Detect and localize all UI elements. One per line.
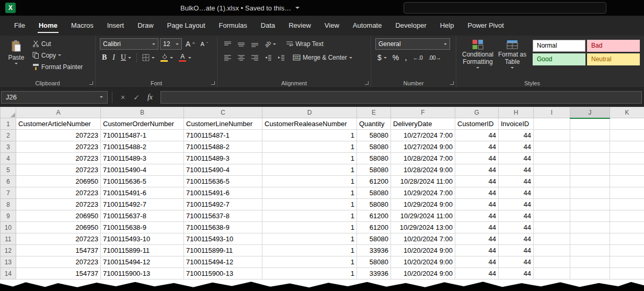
cell-G11[interactable]: 44 (455, 233, 499, 245)
cell-H11[interactable]: 44 (499, 233, 534, 245)
cell-I14[interactable] (534, 268, 570, 279)
tab-data[interactable]: Data (254, 16, 282, 36)
grow-font-button[interactable]: A^ (183, 38, 197, 50)
percent-style-button[interactable]: % (390, 52, 401, 63)
cell-J8[interactable] (570, 199, 610, 210)
cell-I11[interactable] (534, 233, 570, 245)
cell-F2[interactable]: 10/27/2024 7:00 (391, 130, 455, 141)
cell-A7[interactable]: 207223 (16, 187, 101, 199)
cell-G1[interactable]: CustomerID (455, 118, 499, 130)
format-painter-button[interactable]: Format Painter (30, 61, 85, 72)
cell-K5[interactable] (610, 164, 644, 176)
cell-D5[interactable]: 1 (262, 164, 357, 176)
cell-D9[interactable]: 1 (262, 210, 357, 222)
column-header-A[interactable]: A (16, 107, 101, 118)
cell-E5[interactable]: 58080 (357, 164, 391, 176)
tab-power-pivot[interactable]: Power Pivot (461, 16, 510, 36)
cell-G7[interactable]: 44 (455, 187, 499, 199)
cell-J4[interactable] (570, 153, 610, 164)
cell-D4[interactable]: 1 (262, 153, 357, 164)
row-header-2[interactable]: 2 (1, 130, 16, 141)
fill-color-button[interactable] (158, 52, 175, 63)
cell-D11[interactable]: 1 (262, 233, 357, 245)
cell-E6[interactable]: 61200 (357, 176, 391, 187)
column-header-J[interactable]: J (570, 107, 610, 118)
cell-I5[interactable] (534, 164, 570, 176)
cell-C12[interactable]: 7100115899-11 (184, 245, 262, 256)
cell-F13[interactable]: 10/20/2024 9:00 (391, 256, 455, 268)
cell-D13[interactable]: 1 (262, 256, 357, 268)
align-right-button[interactable] (249, 52, 261, 63)
cell-I2[interactable] (534, 130, 570, 141)
cell-B5[interactable]: 7100115490-4 (101, 164, 184, 176)
cell-B7[interactable]: 7100115491-6 (101, 187, 184, 199)
cell-F10[interactable]: 10/29/2024 13:00 (391, 222, 455, 233)
tab-insert[interactable]: Insert (100, 16, 131, 36)
cell-A8[interactable]: 207223 (16, 199, 101, 210)
cut-button[interactable]: Cut (30, 38, 85, 49)
borders-button[interactable] (140, 52, 157, 63)
number-dialog-launcher[interactable] (450, 81, 454, 85)
cell-H5[interactable]: 44 (499, 164, 534, 176)
cell-H8[interactable]: 44 (499, 199, 534, 210)
cell-E11[interactable]: 58080 (357, 233, 391, 245)
cell-B6[interactable]: 7100115636-5 (101, 176, 184, 187)
cell-K9[interactable] (610, 210, 644, 222)
cell-G13[interactable]: 44 (455, 256, 499, 268)
align-center-button[interactable] (235, 52, 247, 63)
tab-view[interactable]: View (318, 16, 346, 36)
column-header-B[interactable]: B (101, 107, 184, 118)
row-header-6[interactable]: 6 (1, 176, 16, 187)
insert-function-button[interactable]: fx (144, 93, 156, 102)
tab-review[interactable]: Review (282, 16, 318, 36)
font-size-combo[interactable]: 12 (160, 38, 182, 50)
cell-H6[interactable]: 44 (499, 176, 534, 187)
cell-J14[interactable] (570, 268, 610, 279)
formula-input[interactable] (160, 91, 642, 104)
cell-C10[interactable]: 7100115638-9 (184, 222, 262, 233)
cell-F1[interactable]: DeliveryDate (391, 118, 455, 130)
cell-F7[interactable]: 10/29/2024 7:00 (391, 187, 455, 199)
cell-E2[interactable]: 58080 (357, 130, 391, 141)
cell-J9[interactable] (570, 210, 610, 222)
cancel-button[interactable]: × (117, 93, 129, 102)
cell-I3[interactable] (534, 141, 570, 153)
align-left-button[interactable] (222, 52, 234, 63)
cell-G10[interactable]: 44 (455, 222, 499, 233)
cell-E1[interactable]: Quantity (357, 118, 391, 130)
name-box[interactable]: J26 (1, 91, 108, 104)
cell-I1[interactable] (534, 118, 570, 130)
cell-C4[interactable]: 7100115489-3 (184, 153, 262, 164)
cell-D3[interactable]: 1 (262, 141, 357, 153)
cell-I7[interactable] (534, 187, 570, 199)
align-bottom-button[interactable] (249, 38, 261, 50)
cell-E8[interactable]: 58080 (357, 199, 391, 210)
cell-G12[interactable]: 44 (455, 245, 499, 256)
cell-C9[interactable]: 7100115637-8 (184, 210, 262, 222)
column-header-I[interactable]: I (534, 107, 570, 118)
row-header-14[interactable]: 14 (1, 268, 16, 279)
cell-C8[interactable]: 7100115492-7 (184, 199, 262, 210)
cell-K11[interactable] (610, 233, 644, 245)
cell-B9[interactable]: 7100115637-8 (101, 210, 184, 222)
cell-I9[interactable] (534, 210, 570, 222)
cell-A4[interactable]: 207223 (16, 153, 101, 164)
cell-B1[interactable]: CustomerOrderNumber (101, 118, 184, 130)
column-header-G[interactable]: G (455, 107, 499, 118)
cell-B11[interactable]: 7100115493-10 (101, 233, 184, 245)
column-header-K[interactable]: K (610, 107, 644, 118)
enter-button[interactable]: ✓ (130, 93, 143, 102)
font-dialog-launcher[interactable] (211, 81, 215, 85)
cell-A5[interactable]: 207223 (16, 164, 101, 176)
cell-I6[interactable] (534, 176, 570, 187)
bold-button[interactable]: B (100, 52, 109, 63)
font-color-button[interactable]: A (177, 52, 193, 63)
row-header-10[interactable]: 10 (1, 222, 16, 233)
cell-C13[interactable]: 7100115494-12 (184, 256, 262, 268)
column-header-C[interactable]: C (184, 107, 262, 118)
clipboard-dialog-launcher[interactable] (89, 81, 93, 85)
style-normal[interactable]: Normal (533, 40, 585, 52)
cell-F9[interactable]: 10/29/2024 11:00 (391, 210, 455, 222)
decrease-indent-button[interactable] (262, 52, 274, 63)
accounting-format-button[interactable]: $ (375, 52, 389, 63)
